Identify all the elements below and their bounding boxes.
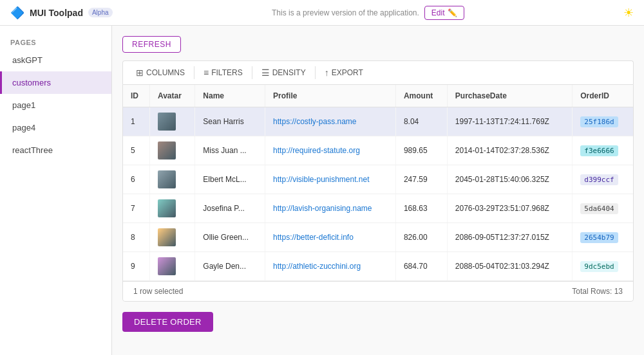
cell-orderid: 5da6404 xyxy=(573,194,633,223)
preview-text: This is a preview version of the applica… xyxy=(272,8,419,17)
density-label: DENSITY xyxy=(272,68,306,77)
topbar: 🔷 MUI Toolpad Alpha This is a preview ve… xyxy=(0,0,644,26)
col-header-amount[interactable]: Amount xyxy=(395,85,447,107)
divider-3 xyxy=(315,66,316,79)
cell-name: Ollie Green... xyxy=(195,223,265,252)
cell-avatar xyxy=(149,165,194,194)
main-content: REFRESH ⊞ COLUMNS ≡ FILTERS ☰ DENSITY ↑ … xyxy=(112,26,644,355)
table-row[interactable]: 8Ollie Green...https://better-deficit.in… xyxy=(123,223,633,252)
sidebar-section-label: Pages xyxy=(0,33,111,49)
cell-name: Miss Juan ... xyxy=(195,136,265,165)
cell-name: Gayle Den... xyxy=(195,252,265,281)
cell-purchasedate: 2086-09-05T12:37:27.015Z xyxy=(447,223,572,252)
sidebar-item-askgpt[interactable]: askGPT xyxy=(0,49,111,71)
table-row[interactable]: 1Sean Harrishttps://costly-pass.name8.04… xyxy=(123,107,633,136)
filters-button[interactable]: ≡ FILTERS xyxy=(198,65,248,80)
filters-label: FILTERS xyxy=(211,68,242,77)
table-row[interactable]: 5Miss Juan ...http://required-statute.or… xyxy=(123,136,633,165)
cell-purchasedate: 1997-11-13T17:24:11.769Z xyxy=(447,107,572,136)
cell-profile[interactable]: https://better-deficit.info xyxy=(265,223,396,252)
layout: Pages askGPT customers page1 page4 react… xyxy=(0,26,644,355)
topbar-left: 🔷 MUI Toolpad Alpha xyxy=(10,6,113,20)
cell-amount: 168.63 xyxy=(395,194,447,223)
edit-button[interactable]: Edit ✏️ xyxy=(424,6,464,20)
sidebar-item-page4[interactable]: page4 xyxy=(0,116,111,139)
table-row[interactable]: 9Gayle Den...http://athletic-zucchini.or… xyxy=(123,252,633,281)
density-icon: ☰ xyxy=(261,68,270,78)
cell-orderid: d399ccf xyxy=(573,165,633,194)
refresh-button[interactable]: REFRESH xyxy=(122,36,181,53)
cell-profile[interactable]: https://costly-pass.name xyxy=(265,107,396,136)
col-header-profile[interactable]: Profile xyxy=(265,85,396,107)
col-header-name[interactable]: Name xyxy=(195,85,265,107)
sidebar: Pages askGPT customers page1 page4 react… xyxy=(0,26,112,355)
cell-orderid: f3e6666 xyxy=(573,136,633,165)
col-header-avatar[interactable]: Avatar xyxy=(149,85,194,107)
filters-icon: ≡ xyxy=(204,68,209,78)
cell-orderid: 25f186d xyxy=(573,107,633,136)
export-button[interactable]: ↑ EXPORT xyxy=(319,65,368,80)
table-header-row: ID Avatar Name Profile Amount PurchaseDa… xyxy=(123,85,633,107)
cell-avatar xyxy=(149,223,194,252)
cell-amount: 989.65 xyxy=(395,136,447,165)
cell-id: 7 xyxy=(123,194,149,223)
sidebar-item-page1[interactable]: page1 xyxy=(0,94,111,116)
cell-avatar xyxy=(149,107,194,136)
data-table-wrapper: ID Avatar Name Profile Amount PurchaseDa… xyxy=(122,84,634,302)
cell-id: 9 xyxy=(123,252,149,281)
export-label: EXPORT xyxy=(332,68,363,77)
sidebar-item-customers[interactable]: customers xyxy=(0,71,111,94)
cell-profile[interactable]: http://athletic-zucchini.org xyxy=(265,252,396,281)
selected-rows-text: 1 row selected xyxy=(133,287,183,296)
cell-id: 6 xyxy=(123,165,149,194)
columns-icon: ⊞ xyxy=(136,68,144,78)
edit-label: Edit xyxy=(431,8,445,17)
cell-purchasedate: 2088-05-04T02:31:03.294Z xyxy=(447,252,572,281)
total-rows-text: Total Rows: 13 xyxy=(572,287,623,296)
cell-name: Josefina P... xyxy=(195,194,265,223)
app-logo-icon: 🔷 xyxy=(10,6,24,20)
cell-name: Elbert McL... xyxy=(195,165,265,194)
cell-profile[interactable]: http://required-statute.org xyxy=(265,136,396,165)
cell-id: 1 xyxy=(123,107,149,136)
columns-label: COLUMNS xyxy=(146,68,185,77)
cell-avatar xyxy=(149,252,194,281)
topbar-center: This is a preview version of the applica… xyxy=(272,6,464,20)
cell-avatar xyxy=(149,136,194,165)
cell-profile[interactable]: http://visible-punishment.net xyxy=(265,165,396,194)
table-row[interactable]: 6Elbert McL...http://visible-punishment.… xyxy=(123,165,633,194)
cell-amount: 247.59 xyxy=(395,165,447,194)
cell-id: 5 xyxy=(123,136,149,165)
app-title: MUI Toolpad xyxy=(30,8,83,18)
cell-name: Sean Harris xyxy=(195,107,265,136)
toolbar: REFRESH xyxy=(122,36,634,53)
cell-profile[interactable]: http://lavish-organising.name xyxy=(265,194,396,223)
cell-id: 8 xyxy=(123,223,149,252)
col-header-orderid[interactable]: OrderID xyxy=(573,85,633,107)
density-button[interactable]: ☰ DENSITY xyxy=(256,65,311,80)
data-table: ID Avatar Name Profile Amount PurchaseDa… xyxy=(123,85,633,281)
topbar-right: ☀ xyxy=(623,6,634,20)
cell-orderid: 2654b79 xyxy=(573,223,633,252)
col-header-purchasedate[interactable]: PurchaseDate xyxy=(447,85,572,107)
divider-1 xyxy=(194,66,194,79)
theme-toggle-icon[interactable]: ☀ xyxy=(623,6,634,20)
cell-amount: 8.04 xyxy=(395,107,447,136)
cell-amount: 826.00 xyxy=(395,223,447,252)
divider-2 xyxy=(252,66,252,79)
delete-order-button[interactable]: DELETE ORDER xyxy=(122,312,213,332)
cell-purchasedate: 2045-01-28T15:40:06.325Z xyxy=(447,165,572,194)
columns-button[interactable]: ⊞ COLUMNS xyxy=(131,65,190,80)
sidebar-item-reactthree[interactable]: reactThree xyxy=(0,139,111,161)
col-header-id[interactable]: ID xyxy=(123,85,149,107)
table-footer: 1 row selected Total Rows: 13 xyxy=(123,281,633,301)
cell-orderid: 9dc5ebd xyxy=(573,252,633,281)
cell-amount: 684.70 xyxy=(395,252,447,281)
table-row[interactable]: 7Josefina P...http://lavish-organising.n… xyxy=(123,194,633,223)
bottom-actions: DELETE ORDER xyxy=(122,312,634,332)
export-icon: ↑ xyxy=(325,68,329,78)
cell-purchasedate: 2014-01-14T02:37:28.536Z xyxy=(447,136,572,165)
cell-avatar xyxy=(149,194,194,223)
edit-icon: ✏️ xyxy=(448,8,457,17)
cell-purchasedate: 2076-03-29T23:51:07.968Z xyxy=(447,194,572,223)
